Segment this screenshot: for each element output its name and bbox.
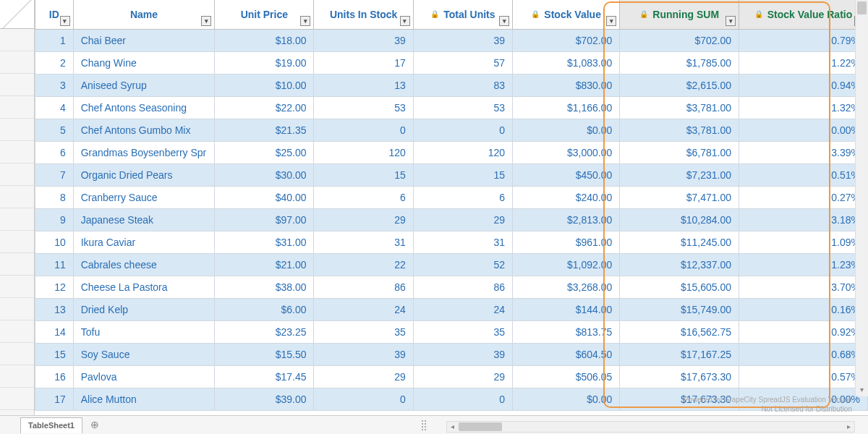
- cell-ratio[interactable]: 0.57%: [739, 365, 868, 388]
- column-header-ratio[interactable]: 🔒Stock Value Ratio▾: [739, 0, 868, 29]
- cell-ratio[interactable]: 3.70%: [739, 276, 868, 298]
- column-header-total[interactable]: 🔒Total Units▾: [413, 0, 512, 29]
- cell-id[interactable]: 11: [35, 253, 74, 276]
- cell-total[interactable]: 53: [413, 96, 512, 119]
- table-row[interactable]: 10Ikura Caviar$31.003131$961.00$11,245.0…: [35, 231, 868, 253]
- column-header-price[interactable]: Unit Price▾: [215, 0, 314, 29]
- table-row[interactable]: 1Chai Beer$18.003939$702.00$702.000.79%: [35, 29, 868, 51]
- cell-price[interactable]: $15.50: [215, 343, 314, 365]
- table-row[interactable]: 7Organic Dried Pears$30.001515$450.00$7,…: [35, 163, 868, 186]
- cell-value[interactable]: $144.00: [513, 298, 620, 320]
- row-header[interactable]: [0, 163, 34, 186]
- cell-name[interactable]: Soy Sauce: [73, 343, 214, 365]
- cell-stock[interactable]: 29: [314, 208, 413, 231]
- cell-ratio[interactable]: 0.94%: [739, 74, 868, 96]
- cell-ratio[interactable]: 3.39%: [739, 141, 868, 163]
- cell-value[interactable]: $1,092.00: [513, 253, 620, 276]
- cell-stock[interactable]: 53: [314, 96, 413, 119]
- cell-name[interactable]: Chang Wine: [73, 51, 214, 74]
- table-row[interactable]: 11Cabrales cheese$21.002252$1,092.00$12,…: [35, 253, 868, 276]
- vertical-scrollbar[interactable]: ▴ ▾: [855, 0, 868, 396]
- cell-ratio[interactable]: 3.18%: [739, 208, 868, 231]
- column-header-name[interactable]: Name▾: [73, 0, 214, 29]
- cell-total[interactable]: 52: [413, 253, 512, 276]
- cell-stock[interactable]: 35: [314, 320, 413, 343]
- sheet-tab[interactable]: TableSheet1: [20, 417, 82, 433]
- cell-stock[interactable]: 13: [314, 74, 413, 96]
- table-row[interactable]: 13Dried Kelp$6.002424$144.00$15,749.000.…: [35, 298, 868, 320]
- cell-name[interactable]: Ikura Caviar: [73, 231, 214, 253]
- cell-id[interactable]: 1: [35, 29, 74, 51]
- row-header[interactable]: [0, 29, 34, 51]
- cell-total[interactable]: 83: [413, 74, 512, 96]
- horizontal-scroll-thumb[interactable]: [459, 422, 502, 431]
- cell-ratio[interactable]: 1.09%: [739, 231, 868, 253]
- cell-name[interactable]: Chef Antons Gumbo Mix: [73, 119, 214, 141]
- cell-price[interactable]: $17.45: [215, 365, 314, 388]
- cell-stock[interactable]: 31: [314, 231, 413, 253]
- cell-stock[interactable]: 29: [314, 365, 413, 388]
- data-grid[interactable]: ID▾Name▾Unit Price▾Units In Stock▾🔒Total…: [35, 0, 868, 415]
- row-header[interactable]: [0, 231, 34, 253]
- row-header[interactable]: [0, 96, 34, 119]
- cell-price[interactable]: $19.00: [215, 51, 314, 74]
- cell-price[interactable]: $38.00: [215, 276, 314, 298]
- cell-run[interactable]: $702.00: [620, 29, 739, 51]
- cell-name[interactable]: Alice Mutton: [73, 388, 214, 410]
- filter-dropdown-icon[interactable]: ▾: [201, 16, 211, 26]
- cell-value[interactable]: $240.00: [513, 186, 620, 208]
- cell-ratio[interactable]: 0.51%: [739, 163, 868, 186]
- table-row[interactable]: 5Chef Antons Gumbo Mix$21.3500$0.00$3,78…: [35, 119, 868, 141]
- cell-value[interactable]: $1,166.00: [513, 96, 620, 119]
- cell-stock[interactable]: 24: [314, 298, 413, 320]
- cell-run[interactable]: $17,167.25: [620, 343, 739, 365]
- row-header[interactable]: [0, 253, 34, 276]
- cell-stock[interactable]: 120: [314, 141, 413, 163]
- cell-name[interactable]: Organic Dried Pears: [73, 163, 214, 186]
- cell-run[interactable]: $7,231.00: [620, 163, 739, 186]
- cell-price[interactable]: $23.25: [215, 320, 314, 343]
- cell-id[interactable]: 4: [35, 96, 74, 119]
- cell-run[interactable]: $7,471.00: [620, 186, 739, 208]
- horizontal-scrollbar[interactable]: ◂ ▸: [446, 421, 855, 433]
- cell-name[interactable]: Cabrales cheese: [73, 253, 214, 276]
- cell-id[interactable]: 9: [35, 208, 74, 231]
- row-header[interactable]: [0, 141, 34, 163]
- cell-value[interactable]: $0.00: [513, 388, 620, 410]
- cell-price[interactable]: $10.00: [215, 74, 314, 96]
- cell-stock[interactable]: 17: [314, 51, 413, 74]
- cell-id[interactable]: 2: [35, 51, 74, 74]
- cell-id[interactable]: 10: [35, 231, 74, 253]
- cell-name[interactable]: Tofu: [73, 320, 214, 343]
- cell-id[interactable]: 5: [35, 119, 74, 141]
- row-header[interactable]: [0, 208, 34, 231]
- cell-total[interactable]: 15: [413, 163, 512, 186]
- filter-dropdown-icon[interactable]: ▾: [60, 16, 70, 26]
- cell-value[interactable]: $2,813.00: [513, 208, 620, 231]
- cell-run[interactable]: $15,605.00: [620, 276, 739, 298]
- cell-ratio[interactable]: 1.23%: [739, 253, 868, 276]
- scroll-right-arrow-icon[interactable]: ▸: [843, 422, 854, 432]
- cell-total[interactable]: 31: [413, 231, 512, 253]
- row-header[interactable]: [0, 119, 34, 141]
- cell-value[interactable]: $1,083.00: [513, 51, 620, 74]
- cell-price[interactable]: $97.00: [215, 208, 314, 231]
- table-row[interactable]: 3Aniseed Syrup$10.001383$830.00$2,615.00…: [35, 74, 868, 96]
- cell-price[interactable]: $30.00: [215, 163, 314, 186]
- cell-value[interactable]: $3,000.00: [513, 141, 620, 163]
- cell-id[interactable]: 13: [35, 298, 74, 320]
- row-header[interactable]: [0, 51, 34, 74]
- cell-ratio[interactable]: 1.32%: [739, 96, 868, 119]
- cell-value[interactable]: $702.00: [513, 29, 620, 51]
- cell-price[interactable]: $21.35: [215, 119, 314, 141]
- table-row[interactable]: 8Cranberry Sauce$40.0066$240.00$7,471.00…: [35, 186, 868, 208]
- cell-value[interactable]: $961.00: [513, 231, 620, 253]
- cell-name[interactable]: Chef Antons Seasoning: [73, 96, 214, 119]
- cell-run[interactable]: $3,781.00: [620, 96, 739, 119]
- cell-id[interactable]: 16: [35, 365, 74, 388]
- cell-ratio[interactable]: 0.79%: [739, 29, 868, 51]
- cell-stock[interactable]: 39: [314, 29, 413, 51]
- cell-total[interactable]: 24: [413, 298, 512, 320]
- column-header-stock[interactable]: Units In Stock▾: [314, 0, 413, 29]
- filter-dropdown-icon[interactable]: ▾: [726, 16, 736, 26]
